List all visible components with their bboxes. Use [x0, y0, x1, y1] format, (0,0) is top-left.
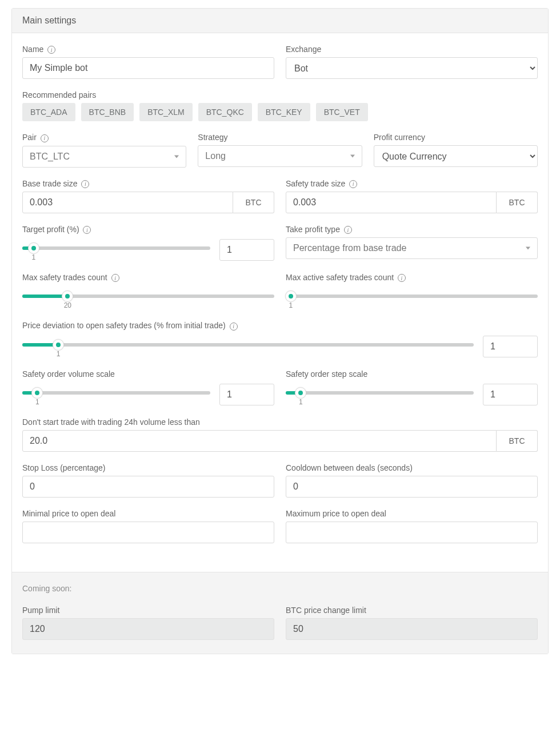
safety-trade-size-label: Safety trade size: [286, 179, 538, 188]
strategy-select[interactable]: Long: [198, 145, 362, 167]
target-profit-slider[interactable]: [22, 246, 210, 250]
recommended-pairs-label: Recommended pairs: [22, 90, 538, 100]
price-deviation-input[interactable]: [483, 336, 538, 357]
btc-price-change-input: [286, 618, 538, 640]
slider-thumb[interactable]: [62, 291, 73, 302]
min-24h-volume-label: Don't start trade with trading 24h volum…: [22, 417, 538, 427]
base-trade-size-label-text: Base trade size: [22, 179, 78, 188]
max-active-safety-trades-tick: 1: [285, 301, 297, 309]
slider-thumb[interactable]: [285, 291, 297, 302]
safety-order-volume-scale-label: Safety order volume scale: [22, 369, 274, 379]
coming-soon-title: Coming soon:: [22, 584, 538, 593]
cooldown-label: Cooldown between deals (seconds): [286, 463, 538, 472]
pair-select[interactable]: BTC_LTC: [22, 146, 186, 168]
target-profit-label-text: Target profit (%): [22, 225, 79, 234]
name-label-text: Name: [22, 45, 43, 54]
price-deviation-label-text: Price deviation to open safety trades (%…: [22, 321, 226, 330]
slider-thumb[interactable]: [28, 242, 39, 254]
price-deviation-tick: 1: [53, 350, 64, 358]
btc-price-change-label: BTC price change limit: [286, 606, 538, 615]
info-icon[interactable]: [81, 180, 89, 188]
info-icon[interactable]: [83, 226, 91, 234]
safety-trade-size-unit: BTC: [497, 192, 538, 213]
pair-select-value: BTC_LTC: [30, 152, 70, 162]
pair-label-text: Pair: [22, 133, 37, 142]
price-deviation-label: Price deviation to open safety trades (%…: [22, 321, 538, 330]
pair-chip[interactable]: BTC_XLM: [139, 103, 193, 121]
min-24h-volume-unit: BTC: [497, 430, 538, 452]
stop-loss-input[interactable]: [22, 476, 274, 498]
pair-chip[interactable]: BTC_VET: [316, 103, 368, 121]
take-profit-type-value: Percentage from base trade: [293, 243, 406, 253]
slider-thumb[interactable]: [31, 387, 43, 399]
max-active-safety-trades-slider[interactable]: [286, 295, 538, 298]
target-profit-label: Target profit (%): [22, 225, 274, 234]
name-label: Name: [22, 45, 274, 54]
safety-order-step-scale-slider[interactable]: [286, 391, 474, 395]
pump-limit-label: Pump limit: [22, 606, 274, 615]
max-active-safety-trades-label: Max active safety trades count: [286, 273, 538, 282]
stop-loss-label: Stop Loss (percentage): [22, 463, 274, 472]
safety-trade-size-input[interactable]: [286, 192, 497, 213]
pair-chip[interactable]: BTC_KEY: [258, 103, 310, 121]
take-profit-type-label-text: Take profit type: [286, 225, 340, 234]
info-icon[interactable]: [111, 274, 119, 282]
target-profit-tick: 1: [28, 253, 39, 261]
max-safety-trades-tick: 20: [61, 301, 74, 309]
cooldown-input[interactable]: [286, 476, 538, 498]
take-profit-type-select[interactable]: Percentage from base trade: [286, 237, 538, 259]
max-active-safety-trades-label-text: Max active safety trades count: [286, 273, 394, 282]
profit-currency-label: Profit currency: [374, 133, 538, 142]
base-trade-size-unit: BTC: [233, 192, 274, 213]
max-safety-trades-slider[interactable]: [22, 295, 274, 298]
safety-order-step-scale-tick: 1: [295, 398, 306, 406]
exchange-label: Exchange: [286, 45, 538, 54]
safety-order-volume-scale-input[interactable]: [219, 384, 274, 405]
max-safety-trades-label: Max safety trades count: [22, 273, 274, 282]
base-trade-size-label: Base trade size: [22, 179, 274, 188]
strategy-label: Strategy: [198, 133, 362, 142]
panel-title: Main settings: [12, 9, 548, 33]
profit-currency-select[interactable]: Quote Currency: [374, 145, 538, 167]
exchange-select[interactable]: Bot: [286, 57, 538, 79]
max-safety-trades-label-text: Max safety trades count: [22, 273, 107, 282]
pair-label: Pair: [22, 133, 186, 142]
info-icon[interactable]: [41, 134, 49, 142]
min-price-label: Minimal price to open deal: [22, 509, 274, 518]
min-price-input[interactable]: [22, 522, 274, 543]
pair-chip[interactable]: BTC_QKC: [198, 103, 252, 121]
safety-order-step-scale-label: Safety order step scale: [286, 369, 538, 379]
coming-soon-section: Coming soon: Pump limit BTC price change…: [12, 572, 548, 654]
take-profit-type-label: Take profit type: [286, 225, 538, 234]
info-icon[interactable]: [47, 46, 55, 54]
min-24h-volume-input[interactable]: [22, 430, 497, 452]
pump-limit-input: [22, 618, 274, 640]
info-icon[interactable]: [230, 323, 238, 331]
max-price-label: Maximum price to open deal: [286, 509, 538, 518]
slider-thumb[interactable]: [295, 387, 306, 399]
info-icon[interactable]: [344, 226, 352, 234]
recommended-pairs-list: BTC_ADA BTC_BNB BTC_XLM BTC_QKC BTC_KEY …: [22, 103, 538, 121]
main-settings-panel: Main settings Name Exchange Bot Recommen…: [11, 8, 549, 654]
name-input[interactable]: [22, 57, 274, 79]
safety-order-volume-scale-tick: 1: [31, 398, 43, 406]
slider-thumb[interactable]: [53, 339, 64, 351]
safety-trade-size-label-text: Safety trade size: [286, 179, 345, 188]
info-icon[interactable]: [349, 180, 357, 188]
pair-chip[interactable]: BTC_ADA: [22, 103, 75, 121]
pair-chip[interactable]: BTC_BNB: [81, 103, 134, 121]
info-icon[interactable]: [398, 274, 406, 282]
target-profit-input[interactable]: [219, 239, 274, 261]
base-trade-size-input[interactable]: [22, 192, 233, 213]
safety-order-step-scale-input[interactable]: [483, 384, 538, 405]
price-deviation-slider[interactable]: [22, 343, 474, 347]
safety-order-volume-scale-slider[interactable]: [22, 391, 210, 395]
max-price-input[interactable]: [286, 522, 538, 543]
strategy-select-value: Long: [205, 151, 226, 161]
